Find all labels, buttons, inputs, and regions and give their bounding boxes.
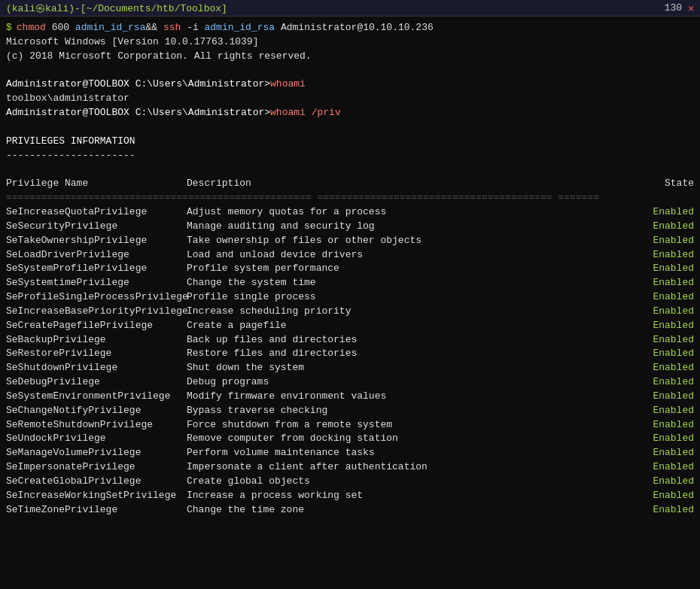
privilege-row: SeRemoteShutdownPrivilegeForce shutdown …: [6, 418, 694, 433]
privilege-row: SeImpersonatePrivilegeImpersonate a clie…: [6, 460, 694, 475]
privilege-row: SeTimeZonePrivilegeChange the time zoneE…: [6, 503, 694, 518]
priv-name: SeSystemtimePrivilege: [6, 276, 187, 290]
priv-separator1: ----------------------: [6, 149, 694, 163]
blank-line-1: [6, 64, 694, 78]
blank-line-3: [6, 162, 694, 177]
priv-desc: Create global objects: [187, 475, 634, 489]
privilege-row: SeProfileSingleProcessPrivilegeProfile s…: [6, 290, 694, 305]
priv-desc: Take ownership of files or other objects: [187, 234, 634, 248]
win-prompt-1: Administrator@TOOLBOX C:\Users\Administr…: [6, 77, 270, 92]
priv-desc: Change the system time: [187, 276, 634, 290]
privilege-row: SeDebugPrivilegeDebug programsEnabled: [6, 375, 694, 390]
priv-state: Enabled: [634, 319, 694, 333]
privilege-row: SeTakeOwnershipPrivilegeTake ownership o…: [6, 234, 694, 248]
priv-desc: Shut down the system: [187, 361, 634, 375]
priv-state: Enabled: [634, 361, 694, 375]
priv-section-title: PRIVILEGES INFORMATION: [6, 135, 694, 149]
cmd-file1: admin_id_rsa: [75, 21, 146, 35]
table-separator: ========================================…: [6, 191, 694, 205]
priv-name: SeRestorePrivilege: [6, 347, 187, 361]
priv-name: SeBackupPrivilege: [6, 333, 187, 348]
priv-state: Enabled: [634, 347, 694, 361]
privilege-row: SeManageVolumePrivilegePerform volume ma…: [6, 446, 694, 460]
priv-state: Enabled: [634, 404, 694, 418]
privilege-row: SeIncreaseBasePriorityPrivilegeIncrease …: [6, 305, 694, 319]
priv-table-header: Privilege Name Description State: [6, 177, 694, 191]
privilege-row: SeChangeNotifyPrivilegeBypass traverse c…: [6, 404, 694, 418]
priv-state: Enabled: [634, 290, 694, 305]
priv-state: Enabled: [634, 432, 694, 446]
priv-name: SeTakeOwnershipPrivilege: [6, 234, 187, 248]
cmd-ssh-flag: -i: [181, 21, 204, 35]
privilege-row: SeUndockPrivilegeRemove computer from do…: [6, 432, 694, 446]
priv-state: Enabled: [634, 205, 694, 220]
priv-state: Enabled: [634, 305, 694, 319]
windows-copyright: (c) 2018 Microsoft Corporation. All righ…: [6, 50, 694, 64]
cmd-whoami-priv-line: Administrator@TOOLBOX C:\Users\Administr…: [6, 106, 694, 120]
priv-state: Enabled: [634, 375, 694, 390]
priv-name: SeTimeZonePrivilege: [6, 503, 187, 518]
priv-name: SeProfileSingleProcessPrivilege: [6, 290, 187, 305]
priv-state: Enabled: [634, 418, 694, 433]
whoami-priv-cmd: whoami /priv: [270, 106, 341, 120]
priv-name: SeSystemProfilePrivilege: [6, 262, 187, 276]
priv-desc: Increase scheduling priority: [187, 305, 634, 319]
priv-name: SeSystemEnvironmentPrivilege: [6, 390, 187, 404]
privilege-row: SeCreatePagefilePrivilegeCreate a pagefi…: [6, 319, 694, 333]
priv-desc: Remove computer from docking station: [187, 432, 634, 446]
win-prompt-2: Administrator@TOOLBOX C:\Users\Administr…: [6, 106, 270, 120]
priv-desc: Bypass traverse checking: [187, 404, 634, 418]
priv-name: SeRemoteShutdownPrivilege: [6, 418, 187, 433]
close-icon[interactable]: ✕: [688, 2, 694, 14]
privilege-row: SeBackupPrivilegeBack up files and direc…: [6, 333, 694, 348]
privilege-row: SeIncreaseQuotaPrivilegeAdjust memory qu…: [6, 205, 694, 220]
blank-line-2: [6, 120, 694, 135]
priv-state: Enabled: [634, 489, 694, 503]
priv-state: Enabled: [634, 503, 694, 518]
cmd-ssh: ssh: [163, 21, 181, 35]
whoami-result: toolbox\administrator: [6, 92, 694, 106]
command-line: $ chmod 600 admin_id_rsa && ssh -i admin…: [6, 21, 694, 35]
title-bar-right: 130 ✕: [665, 2, 694, 14]
priv-desc: Impersonate a client after authenticatio…: [187, 460, 634, 475]
priv-state: Enabled: [634, 220, 694, 234]
privilege-row: SeCreateGlobalPrivilegeCreate global obj…: [6, 475, 694, 489]
prompt-line: $ chmod 600 admin_id_rsa && ssh -i admin…: [6, 21, 434, 35]
whoami-cmd: whoami: [270, 77, 306, 92]
col-header-desc: Description: [187, 177, 634, 191]
terminal-content: $ chmod 600 admin_id_rsa && ssh -i admin…: [0, 17, 700, 589]
line-number: 130: [665, 2, 682, 14]
priv-name: SeIncreaseBasePriorityPrivilege: [6, 305, 187, 319]
title-bar: (kali㉿kali)-[~/Documents/htb/Toolbox] 13…: [0, 0, 700, 17]
priv-name: SeShutdownPrivilege: [6, 361, 187, 375]
priv-desc: Load and unload device drivers: [187, 248, 634, 263]
priv-state: Enabled: [634, 276, 694, 290]
priv-state: Enabled: [634, 390, 694, 404]
cmd-600: 600: [46, 21, 75, 35]
privilege-row: SeRestorePrivilegeRestore files and dire…: [6, 347, 694, 361]
title-bar-left: (kali㉿kali)-[~/Documents/htb/Toolbox]: [6, 2, 227, 15]
privilege-table: SeIncreaseQuotaPrivilegeAdjust memory qu…: [6, 205, 694, 518]
priv-desc: Force shutdown from a remote system: [187, 418, 634, 433]
cmd-target: Administrator@10.10.10.236: [275, 21, 434, 35]
terminal-window: (kali㉿kali)-[~/Documents/htb/Toolbox] 13…: [0, 0, 700, 589]
priv-name: SeSecurityPrivilege: [6, 220, 187, 234]
priv-desc: Adjust memory quotas for a process: [187, 205, 634, 220]
priv-desc: Restore files and directories: [187, 347, 634, 361]
title-bar-path: (kali㉿kali)-[~/Documents/htb/Toolbox]: [6, 2, 227, 15]
privilege-row: SeSecurityPrivilegeManage auditing and s…: [6, 220, 694, 234]
priv-desc: Profile system performance: [187, 262, 634, 276]
privilege-row: SeLoadDriverPrivilegeLoad and unload dev…: [6, 248, 694, 263]
priv-state: Enabled: [634, 460, 694, 475]
privilege-row: SeSystemProfilePrivilegeProfile system p…: [6, 262, 694, 276]
priv-name: SeCreatePagefilePrivilege: [6, 319, 187, 333]
priv-desc: Increase a process working set: [187, 489, 634, 503]
priv-desc: Perform volume maintenance tasks: [187, 446, 634, 460]
priv-desc: Change the time zone: [187, 503, 634, 518]
cmd-chmod: chmod: [17, 21, 46, 35]
col-header-priv: Privilege Name: [6, 177, 187, 191]
priv-state: Enabled: [634, 262, 694, 276]
privilege-row: SeSystemtimePrivilegeChange the system t…: [6, 276, 694, 290]
windows-version: Microsoft Windows [Version 10.0.17763.10…: [6, 35, 694, 50]
priv-desc: Back up files and directories: [187, 333, 634, 348]
